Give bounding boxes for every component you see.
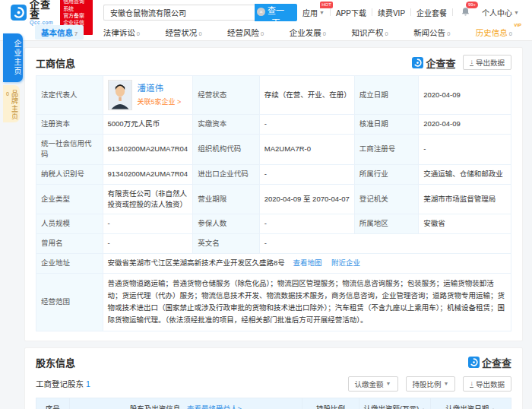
field-value: 安徽省 <box>419 214 511 234</box>
side-tabs: 企业主页 品牌主页 0 <box>3 33 23 122</box>
field-label: 注册资本 <box>36 115 103 135</box>
col-header-shareholder-info: 股东及出资信息 查看最终受益人> <box>69 398 302 409</box>
company-address-cell: 安徽省芜湖市弋江区芜湖高新技术产业开发区久盛路8号 查看地图 附近企业 <box>103 254 511 274</box>
field-value: 芜湖市市场监督管理局 <box>419 184 511 214</box>
legal-rep-photo[interactable] <box>108 80 132 110</box>
field-value: 91340200MA2UMA7R04 <box>103 164 193 184</box>
field-label: 企业地址 <box>36 254 103 274</box>
brand-count: 0 <box>6 91 10 97</box>
registered-shareholders-count: 1 <box>86 379 90 388</box>
field-label: 企业类型 <box>36 184 103 214</box>
menu-apps[interactable]: 应用▼ HOT <box>297 7 330 18</box>
tab-intellectual-property[interactable]: 知识产权0 <box>345 25 394 40</box>
field-label: 实缴资本 <box>193 115 260 135</box>
business-info-table: 法定代表人 潘道伟 关联5家企业 > <box>36 75 511 331</box>
field-label: 成立日期 <box>354 76 418 115</box>
field-value: - <box>419 135 511 165</box>
sidebar-tab-company-home[interactable]: 企业主页 <box>3 33 23 82</box>
chevron-down-icon: ▼ <box>514 10 519 15</box>
chevron-down-icon: ▼ <box>444 381 449 386</box>
company-address: 安徽省芜湖市弋江区芜湖高新技术产业开发区久盛路8号 <box>108 258 285 267</box>
header-menu: 应用▼ HOT APP下载 续费VIP 企业套餐 99+ 个人中心▼ <box>297 7 524 18</box>
share-ratio-dropdown[interactable]: 持股比例▼ <box>406 376 456 392</box>
field-label: 纳税人识别号 <box>36 164 103 184</box>
download-icon: ↓ <box>470 380 473 388</box>
field-label: 进出口企业代码 <box>193 164 260 184</box>
chevron-down-icon: ▼ <box>319 10 325 15</box>
col-header-amount[interactable]: 认缴出资额(万元) <box>359 398 431 409</box>
field-value: MA2UMA7R-0 <box>259 135 354 165</box>
section-nav: 基本信息7 法律诉讼0 经营状况0 经营风险0 企业发展0 知识产权0 新闻公告… <box>0 24 532 41</box>
tab-history-info[interactable]: 历史信息0VIP <box>470 25 518 40</box>
field-label: 核准日期 <box>354 115 418 135</box>
field-value: 2020-04-09 <box>419 115 511 135</box>
field-value: 存续（在营、开业、在册） <box>259 76 354 115</box>
field-label: 所属地区 <box>354 214 418 234</box>
field-value: 交通运输、仓储和邮政业 <box>419 164 511 184</box>
tab-legal-litigation[interactable]: 法律诉讼0 <box>97 25 146 40</box>
field-value: - <box>259 115 354 135</box>
menu-renew-vip[interactable]: 续费VIP <box>372 7 410 18</box>
clear-icon[interactable]: × <box>257 8 265 16</box>
menu-app-download[interactable]: APP下载 <box>331 7 372 18</box>
tab-operation-status[interactable]: 经营状况0 <box>159 25 207 40</box>
final-beneficiary-link[interactable]: 查看最终受益人> <box>187 404 242 409</box>
field-value: - <box>103 214 193 234</box>
tab-company-development[interactable]: 企业发展0 <box>283 25 332 40</box>
field-label: 经营范围 <box>36 274 103 331</box>
shareholders-card: 股东信息 企查查 工商登记股东1 认缴金额▼ <box>24 347 523 409</box>
main-content: 工商信息 企查查 ↓ 导出数据 法定代表人 <box>0 41 532 409</box>
download-icon: ↓ <box>470 59 473 66</box>
field-value: - <box>259 164 354 184</box>
registered-shareholders-label: 工商登记股东 <box>36 379 84 388</box>
menu-personal-center[interactable]: 个人中心▼ <box>477 7 524 18</box>
menu-enterprise-plan[interactable]: 企业套餐 <box>411 7 452 18</box>
field-value: 91340200MA2UMA7R04 <box>103 135 193 165</box>
search-bar: × 查一下 <box>103 4 297 21</box>
field-label: 英文名 <box>193 234 260 254</box>
tab-operation-risk[interactable]: 经营风险0 <box>221 25 270 40</box>
qcc-watermark: 企查查 <box>468 355 511 369</box>
tab-news[interactable]: 新闻公告0 <box>407 25 456 40</box>
related-companies-link[interactable]: 关联5家企业 > <box>138 97 182 108</box>
col-header-date[interactable]: 认缴出资日期 <box>430 398 511 409</box>
field-label: 曾用名 <box>36 234 103 254</box>
field-label: 经营状态 <box>193 76 260 115</box>
export-data-button[interactable]: ↓ 导出数据 <box>463 55 511 70</box>
legal-rep-name[interactable]: 潘道伟 <box>138 82 182 95</box>
top-header: 企查查 Qcc.com 全国企业信用查询系统 官方备案企业征信机构 × 查一下 … <box>0 0 532 24</box>
qcc-logo-icon <box>468 357 480 368</box>
nearby-companies-link[interactable]: 附近企业 <box>331 258 360 267</box>
col-header-ratio: 持股比例 <box>302 398 359 409</box>
field-value: 2020-04-09 <box>419 76 511 115</box>
field-label: 人员规模 <box>36 214 103 234</box>
vip-badge: VIP <box>514 23 521 27</box>
field-value: 2020-04-09 至 2070-04-07 <box>259 184 354 214</box>
search-input[interactable] <box>103 5 255 21</box>
field-label: 所属行业 <box>354 164 418 184</box>
field-label: 登记机关 <box>354 184 418 214</box>
col-header-index: 序号 <box>36 398 70 409</box>
section-title-business-info: 工商信息 <box>36 55 75 70</box>
export-data-button[interactable]: ↓ 导出数据 <box>463 376 511 392</box>
table-header-row: 序号 股东及出资信息 查看最终受益人> 持股比例 认缴出资额(万元) 认缴出资日… <box>36 398 511 409</box>
sidebar-tab-brand-home[interactable]: 品牌主页 0 <box>3 85 20 122</box>
notification-bell[interactable]: 99+ <box>453 7 477 18</box>
field-label: 统一社会信用代码 <box>36 135 103 165</box>
qcc-logo-icon <box>412 57 423 68</box>
field-label: 组织机构代码 <box>193 135 260 165</box>
field-value: 5000万元人民币 <box>103 115 193 135</box>
view-map-link[interactable]: 查看地图 <box>293 258 321 267</box>
field-label: 法定代表人 <box>36 76 103 115</box>
shareholders-table: 序号 股东及出资信息 查看最终受益人> 持股比例 认缴出资额(万元) 认缴出资日… <box>36 398 511 409</box>
qcc-logo-icon <box>11 5 27 21</box>
brand-name: 企查查 <box>30 0 53 20</box>
subscribed-amount-dropdown[interactable]: 认缴金额▼ <box>348 376 398 392</box>
business-scope: 普通货物道路运输；普通货物仓储服务（除危化品）；物流园区管理服务；物流信息咨询服… <box>103 274 511 331</box>
chevron-down-icon: ▼ <box>386 381 391 386</box>
tab-basic-info[interactable]: 基本信息7 <box>35 25 84 40</box>
field-value: - <box>259 214 354 234</box>
legal-rep-cell: 潘道伟 关联5家企业 > <box>103 76 193 115</box>
field-value: - <box>103 234 193 254</box>
section-title-shareholders: 股东信息 <box>36 355 75 369</box>
